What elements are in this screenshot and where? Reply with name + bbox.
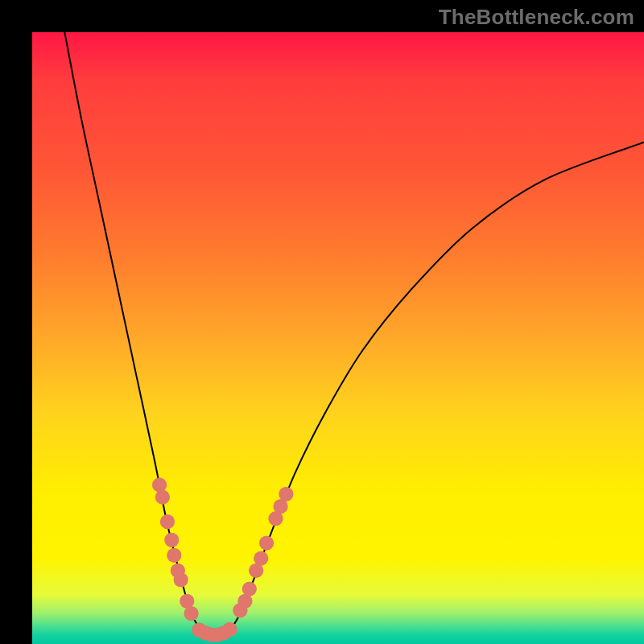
marker-dot [160,514,175,529]
marker-dot [184,606,198,621]
marker-group-right [233,487,293,618]
marker-dot [259,535,274,550]
marker-dot [174,572,188,587]
marker-dot [152,477,167,492]
marker-dot [167,548,181,563]
marker-dot [242,581,257,596]
marker-dot [155,489,170,504]
marker-dot [222,622,237,637]
marker-dot [279,487,293,502]
chart-background [32,32,644,644]
chart-svg [32,32,644,644]
bottleneck-curve [64,32,644,635]
marker-group-left [152,477,199,621]
marker-dot [164,533,179,547]
watermark-text: TheBottleneck.com [439,5,634,30]
marker-group-bottom [192,622,237,642]
marker-dot [254,551,268,565]
